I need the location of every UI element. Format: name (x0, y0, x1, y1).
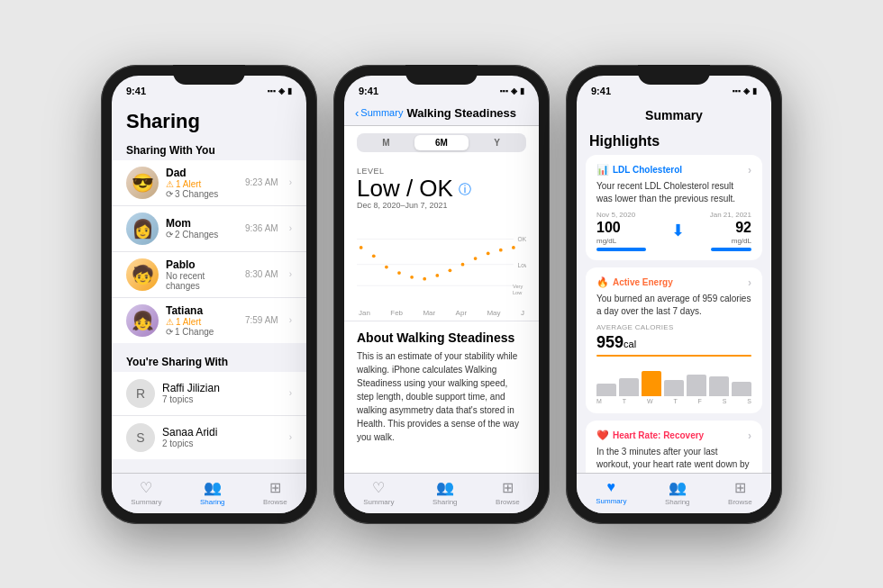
changes-text-dad: 3 Changes (175, 189, 218, 199)
tab-sharing-3[interactable]: 👥 Sharing (665, 479, 690, 506)
heart-title-left: ❤️ Heart Rate: Recovery (596, 430, 704, 441)
sharing-item-raffi[interactable]: R Raffi Jilizian 7 topics › (112, 372, 306, 416)
phone1-content: Sharing Sharing With You 😎 Dad ⚠ 1 Alert (112, 103, 306, 473)
ldl-label: LDL Cholesterol (613, 165, 682, 175)
person-time-dad: 9:23 AM (245, 177, 278, 187)
person-item-mom[interactable]: 👩 Mom ⟳ 2 Changes 9:36 AM › (112, 206, 306, 252)
bar-chart-label: Average Calories (596, 323, 751, 331)
phone-3: 9:41 ▪▪▪ ◈ ▮ Summary Highlights (566, 65, 782, 524)
about-title: About Walking Steadiness (357, 330, 526, 345)
phone-2: 9:41 ▪▪▪ ◈ ▮ ‹ Summary Walking Steadines… (333, 65, 550, 524)
ldl-card-title: 📊 LDL Cholesterol › (596, 164, 751, 176)
sync-icon-dad: ⟳ (166, 189, 173, 199)
sharing-info-raffi: Raffi Jilizian 7 topics (162, 382, 282, 404)
tab-summary-3[interactable]: ♥ Summary (596, 479, 626, 505)
tab-bar-3: ♥ Summary 👥 Sharing ⊞ Browse (577, 473, 771, 513)
person-item-pablo[interactable]: 🧒 Pablo No recent changes 8:30 AM › (112, 252, 306, 298)
section1-title: Sharing With You (112, 139, 306, 160)
back-arrow-icon: ‹ (355, 106, 359, 120)
status-icons-3: ▪▪▪ ◈ ▮ (732, 86, 757, 95)
bar-tue (619, 378, 639, 396)
orange-avg-line (596, 355, 751, 357)
x-label-may: May (487, 309, 500, 317)
tab-summary-1[interactable]: ♡ Summary (131, 479, 161, 506)
walking-chart-svg: OK Low Very Low (357, 215, 526, 305)
bar-label-s: S (723, 398, 727, 404)
tab-browse-3[interactable]: ⊞ Browse (728, 479, 752, 506)
person-info-mom: Mom ⟳ 2 Changes (166, 217, 238, 240)
sharing-icon-2: 👥 (436, 479, 454, 496)
bar-thu (664, 380, 684, 396)
avatar-dad: 😎 (126, 167, 159, 199)
sharing-item-sanaa[interactable]: S Sanaa Aridi 2 topics › (112, 416, 306, 459)
chart-area: OK Low Very Low (357, 215, 526, 305)
energy-flame-icon: 🔥 (596, 276, 609, 288)
ldl-chevron: › (748, 164, 751, 176)
seg-btn-y[interactable]: Y (469, 135, 524, 150)
heart-text: In the 3 minutes after your last workout… (596, 446, 751, 473)
down-arrow-icon: ⬇ (671, 221, 685, 240)
sharing-with-list: R Raffi Jilizian 7 topics › S Sanaa Arid… (112, 372, 306, 459)
bar-wed (642, 371, 661, 396)
bar-label-w: W (647, 398, 653, 404)
person-time-mom: 9:36 AM (245, 223, 278, 233)
page-title: Sharing (126, 110, 292, 133)
back-button[interactable]: ‹ Summary (355, 106, 403, 120)
avatar-raffi: R (126, 379, 155, 408)
tab-label-sharing-1: Sharing (200, 498, 225, 506)
browse-icon-1: ⊞ (269, 479, 281, 496)
svg-point-14 (499, 249, 503, 252)
about-text: This is an estimate of your stability wh… (357, 349, 526, 444)
tab-sharing-2[interactable]: 👥 Sharing (432, 479, 458, 506)
svg-point-12 (474, 257, 478, 260)
tab-browse-2[interactable]: ⊞ Browse (496, 479, 520, 506)
highlight-card-ldl: 📊 LDL Cholesterol › Your recent LDL Chol… (586, 155, 762, 260)
person-time-tatiana: 7:59 AM (245, 315, 278, 325)
ldl-unit2: mg/dL (732, 237, 751, 245)
calories-num: 959 (596, 333, 624, 351)
bar-label-f: F (698, 398, 702, 404)
chart-section: LEVEL Low / OK ⓘ Dec 8, 2020–Jun 7, 2021 (344, 159, 539, 321)
ldl-date1: Nov 5, 2020 (596, 211, 635, 219)
summary-icon-1: ♡ (140, 479, 152, 496)
screen-1: 9:41 ▪▪▪ ◈ ▮ Sharing Sharing With You 😎 (112, 76, 306, 513)
person-sub-dad: ⚠ 1 Alert (166, 179, 238, 189)
phone-1: 9:41 ▪▪▪ ◈ ▮ Sharing Sharing With You 😎 (101, 65, 317, 524)
svg-text:OK: OK (518, 236, 526, 242)
tab-browse-1[interactable]: ⊞ Browse (263, 479, 287, 506)
highlight-card-heart: ❤️ Heart Rate: Recovery › In the 3 minut… (586, 421, 762, 473)
tab-label-summary-1: Summary (131, 498, 161, 506)
person-alert-dad: 1 Alert (176, 179, 201, 189)
phone2-content: M 6M Y LEVEL Low / OK ⓘ Dec 8, 2020–Jun … (344, 126, 539, 473)
person-item-dad[interactable]: 😎 Dad ⚠ 1 Alert ⟳ 3 Changes (112, 160, 306, 206)
info-icon[interactable]: ⓘ (459, 182, 471, 198)
x-label-jan: Jan (359, 309, 370, 317)
sync-icon-mom: ⟳ (166, 230, 173, 240)
svg-point-13 (487, 252, 490, 256)
bar-label-s2: S (747, 398, 751, 404)
tab-sharing-1[interactable]: 👥 Sharing (200, 479, 225, 506)
status-time-1: 9:41 (126, 86, 146, 96)
nav-title-2: Walking Steadiness (406, 106, 516, 120)
x-label-apr: Apr (456, 309, 467, 317)
battery-icon-2: ▮ (520, 86, 524, 95)
bars-row (596, 360, 751, 396)
tab-summary-2[interactable]: ♡ Summary (363, 479, 394, 506)
chevron-raffi: › (289, 388, 292, 398)
svg-point-15 (512, 246, 515, 249)
svg-point-9 (435, 274, 439, 277)
seg-btn-6m[interactable]: 6M (414, 135, 469, 150)
chevron-pablo: › (289, 269, 292, 279)
x-label-j: J (521, 309, 524, 317)
person-info-pablo: Pablo No recent changes (166, 258, 238, 291)
tab-label-browse-2: Browse (496, 498, 520, 506)
signal-icon-2: ▪▪▪ (499, 86, 508, 95)
x-label-mar: Mar (423, 309, 435, 317)
heart-label: Heart Rate: Recovery (613, 430, 704, 440)
signal-icon-3: ▪▪▪ (732, 86, 741, 95)
energy-chevron: › (748, 276, 751, 289)
phone3-content: Highlights 📊 LDL Cholesterol › Your rece… (577, 130, 771, 473)
person-item-tatiana[interactable]: 👧 Tatiana ⚠ 1 Alert ⟳ 1 Change (112, 298, 306, 343)
seg-btn-m[interactable]: M (359, 135, 414, 150)
person-sub-tatiana: ⚠ 1 Alert (166, 317, 238, 327)
